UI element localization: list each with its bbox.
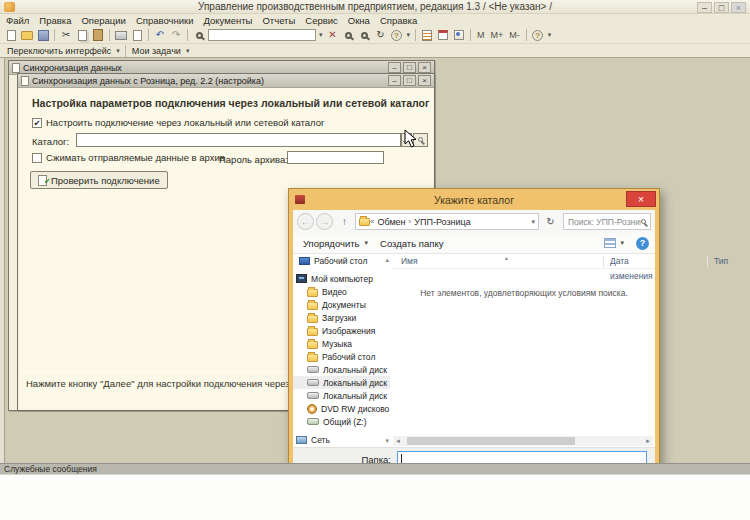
menu-references[interactable]: Справочники (136, 15, 194, 26)
connect-checkbox[interactable]: ✔ (32, 118, 42, 128)
sidebar-scroll-down-icon[interactable]: ▾ (385, 437, 389, 445)
sidebar-item-local-disk-2[interactable]: Локальный диск (293, 376, 390, 389)
open-icon[interactable] (19, 28, 35, 42)
column-name[interactable]: Имя (401, 254, 418, 269)
find-previous-icon[interactable] (357, 28, 373, 42)
scroll-right-icon[interactable]: ▸ (643, 437, 653, 445)
refresh-icon[interactable]: ↻ (373, 28, 389, 42)
find-input[interactable] (208, 29, 316, 41)
service-messages-icon[interactable] (419, 28, 435, 42)
scrollbar-thumb[interactable] (407, 437, 575, 445)
service-messages-header[interactable]: Служебные сообщения (0, 463, 750, 474)
close-button[interactable]: × (731, 2, 746, 13)
breadcrumb-dropdown-icon[interactable]: ▾ (531, 218, 535, 226)
menu-operations[interactable]: Операции (81, 15, 125, 26)
dialog-close-button[interactable]: × (626, 191, 656, 207)
sidebar-item-downloads[interactable]: Загрузки (293, 311, 390, 324)
document-icon (12, 63, 20, 73)
scrollbar-track[interactable] (403, 437, 643, 445)
compress-checkbox[interactable] (32, 153, 42, 163)
sidebar-item-network[interactable]: Сеть (293, 433, 390, 446)
dialog-titlebar[interactable]: Укажите каталог (289, 189, 659, 210)
sidebar-item-computer[interactable]: Мой компьютер (293, 272, 390, 285)
memory-add-button[interactable]: M+ (488, 30, 507, 40)
column-separator[interactable] (707, 256, 708, 267)
column-separator[interactable] (603, 256, 604, 267)
help-dropdown-icon[interactable]: ▾ (405, 31, 413, 39)
my-tasks-button[interactable]: Мои задачи (132, 46, 181, 56)
copy-icon[interactable] (74, 28, 90, 42)
sidebar-item-local-disk-3[interactable]: Локальный диск (293, 389, 390, 402)
scroll-left-icon[interactable]: ◂ (393, 437, 403, 445)
sidebar-item-desktop[interactable]: Рабочий стол (293, 254, 390, 267)
connect-checkbox-label: Настроить подключение через локальный ил… (46, 117, 325, 128)
help-icon[interactable]: ? (389, 28, 405, 42)
sidebar-item-music[interactable]: Музыка (293, 337, 390, 350)
breadcrumb-parent[interactable]: Обмен (377, 217, 405, 227)
sync-close-button[interactable]: × (418, 62, 431, 73)
setup-minimize-button[interactable]: – (388, 75, 401, 86)
save-icon[interactable] (35, 28, 51, 42)
sidebar-item-dvd[interactable]: DVD RW дисково (293, 402, 390, 415)
check-connection-button[interactable]: ✔ Проверить подключение (30, 171, 168, 189)
switch-interface-dropdown-icon[interactable]: ▾ (114, 47, 122, 55)
clear-find-icon[interactable]: ✕ (325, 28, 341, 42)
catalog-input[interactable] (76, 133, 401, 147)
print-icon[interactable] (113, 28, 129, 42)
cut-icon[interactable]: ✂ (58, 28, 74, 42)
sidebar-item-shared-drive[interactable]: Общий (Z:) (293, 415, 390, 428)
sidebar-scroll-up-icon[interactable]: ▴ (385, 256, 389, 264)
search-input[interactable]: Поиск: УПП-Розница (563, 213, 651, 230)
breadcrumb-collapse-icon[interactable]: « (370, 217, 374, 226)
tips-dropdown-icon[interactable]: ▾ (546, 31, 554, 39)
up-icon[interactable]: ↑ (337, 214, 352, 229)
column-type[interactable]: Тип (714, 254, 728, 269)
find-dropdown-icon[interactable]: ▾ (317, 31, 325, 39)
find-next-icon[interactable] (341, 28, 357, 42)
maximize-button[interactable]: □ (714, 2, 729, 13)
setup-close-button[interactable]: × (418, 75, 431, 86)
sync-minimize-button[interactable]: – (388, 62, 401, 73)
undo-icon[interactable]: ↶ (152, 28, 168, 42)
tips-icon[interactable]: ? (530, 28, 546, 42)
menu-help[interactable]: Справка (380, 15, 417, 26)
redo-icon[interactable]: ↷ (168, 28, 184, 42)
column-date-modified[interactable]: Дата изменения (610, 254, 655, 269)
horizontal-scrollbar[interactable]: ◂ ▸ (393, 436, 653, 446)
setup-maximize-button[interactable]: □ (403, 75, 416, 86)
print-preview-icon[interactable] (129, 28, 145, 42)
breadcrumb-current[interactable]: УПП-Розница (414, 217, 470, 227)
sidebar-item-documents[interactable]: Документы (293, 298, 390, 311)
minimize-button[interactable]: – (697, 2, 712, 13)
calculator-icon[interactable] (451, 28, 467, 42)
new-document-icon[interactable] (3, 28, 19, 42)
sidebar-item-video[interactable]: Видео (293, 285, 390, 298)
setup-window-titlebar[interactable]: Синхронизация данных с Розница, ред. 2.2… (18, 74, 434, 88)
organize-button[interactable]: Упорядочить ▾ (303, 238, 370, 249)
calendar-icon[interactable] (435, 28, 451, 42)
archive-password-input[interactable] (287, 151, 384, 164)
sidebar-item-local-disk-1[interactable]: Локальный диск (293, 363, 390, 376)
menu-windows[interactable]: Окна (348, 15, 370, 26)
memory-recall-button[interactable]: M (474, 30, 488, 40)
menu-reports[interactable]: Отчеты (262, 15, 295, 26)
switch-interface-button[interactable]: Переключить интерфейс (7, 46, 111, 56)
back-icon[interactable]: ← (297, 213, 314, 230)
paste-icon[interactable] (90, 28, 106, 42)
breadcrumb[interactable]: « Обмен › УПП-Розница ▾ (355, 213, 539, 230)
menu-file[interactable]: Файл (6, 15, 29, 26)
refresh-icon[interactable]: ↻ (543, 213, 558, 230)
my-tasks-dropdown-icon[interactable]: ▾ (184, 47, 192, 55)
menu-documents[interactable]: Документы (203, 15, 252, 26)
menu-edit[interactable]: Правка (39, 15, 71, 26)
memory-subtract-button[interactable]: M- (506, 30, 523, 40)
sidebar-item-pictures[interactable]: Изображения (293, 324, 390, 337)
change-view-button[interactable]: ▾ (604, 238, 626, 248)
forward-icon[interactable]: → (316, 213, 333, 230)
find-icon[interactable] (191, 28, 207, 42)
sidebar-item-desktop-folder[interactable]: Рабочий стол (293, 350, 390, 363)
dialog-help-icon[interactable]: ? (636, 237, 649, 250)
menu-service[interactable]: Сервис (305, 15, 338, 26)
sync-maximize-button[interactable]: □ (403, 62, 416, 73)
new-folder-button[interactable]: Создать папку (380, 238, 443, 249)
